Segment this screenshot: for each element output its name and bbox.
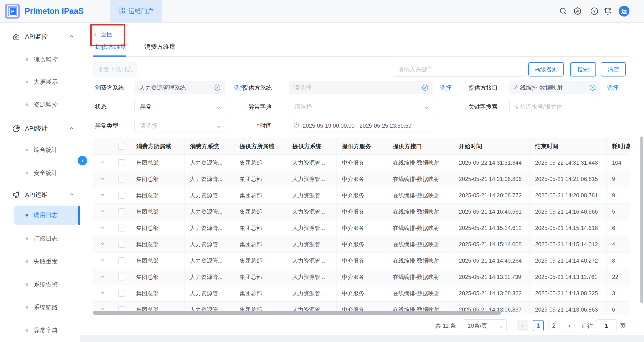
sidebar-item-label: 调用日志 [34,211,58,219]
row-checkbox[interactable] [118,274,125,280]
expand-icon[interactable] [100,160,105,166]
row-checkbox[interactable] [118,192,125,199]
sidebar-item[interactable]: 大屏展示 [14,72,78,92]
consumer-system-field[interactable]: 人力资源管理系统 [134,81,225,94]
user-avatar[interactable]: 运 [619,6,630,16]
sidebar-item[interactable]: 失败重发 [14,252,78,271]
portal-tab-ops[interactable]: 运维门户 [110,0,162,22]
clear-circle-icon[interactable] [214,84,221,91]
row-checkbox[interactable] [118,241,125,248]
clear-button[interactable]: 清空 [601,62,626,76]
status-select[interactable]: 异常 [134,100,225,114]
total-count: 共 11 条 [435,322,456,330]
bell-icon[interactable] [603,6,613,16]
row-checkbox[interactable] [118,208,125,215]
table-cell: 人力资源管... [184,204,234,220]
select-all-checkbox[interactable] [118,143,125,150]
expand-icon[interactable] [100,225,105,231]
table-cell: 集团总部 [131,236,184,252]
clear-circle-icon[interactable] [422,84,428,91]
table-cell: 在线编排-数据映射 [388,204,454,220]
table-cell [93,204,112,220]
table-cell: 在线编排-数据映射 [388,154,454,171]
provider-api-select-link[interactable]: 选择 [607,81,618,94]
help-icon[interactable]: ? [590,6,599,16]
expand-icon[interactable] [100,192,105,198]
table-cell: 5 [607,204,630,220]
row-checkbox[interactable] [118,290,125,297]
expand-icon[interactable] [100,274,105,280]
provider-system-select-link[interactable]: 选择 [440,81,452,94]
table-cell: 4 [607,236,630,252]
table-cell: 在线编排-数据映射 [388,236,454,252]
page-unit-label: 页 [620,322,626,330]
row-checkbox[interactable] [118,176,125,182]
sidebar-item[interactable]: 订阅日志 [14,229,78,248]
clear-circle-icon[interactable] [589,84,596,91]
table-cell [112,187,131,204]
expand-icon[interactable] [100,290,105,296]
table-cell: 人力资源管... [287,187,337,204]
keyword-filter-input[interactable] [509,100,600,114]
error-type-select[interactable]: 请选择 [134,119,225,132]
sidebar-item[interactable]: 系统告警 [14,275,78,294]
prev-page-button[interactable]: ‹ [517,320,528,331]
search-button[interactable]: 搜索 [570,62,596,76]
tab-consumer-dimension[interactable]: 消费方维度 [144,42,176,51]
batch-download-button[interactable]: 批量下载日志 [94,62,137,77]
sidebar-item[interactable]: 系统链路 [14,298,78,317]
search-icon[interactable] [558,6,568,16]
provider-api-field[interactable]: 在线编排-数据映射 [509,81,600,94]
table-row: 集团总部人力资源管...集团总部人力资源管...中介服务在线编排-数据映射202… [93,252,630,269]
chevron-up-icon [69,126,74,131]
expand-icon[interactable] [100,258,105,264]
sidebar-group-title[interactable]: API监控 [0,29,80,44]
sidebar-collapse-button[interactable]: ‹ [78,156,87,165]
bullet-dot-icon [26,214,28,216]
sidebar-group-label: API监控 [25,32,48,41]
expand-icon[interactable] [100,208,105,215]
advanced-search-button[interactable]: 高级搜索 [528,62,564,76]
required-asterisk: * [256,122,259,129]
sidebar-item[interactable]: 综合统计 [14,140,78,160]
table-cell [93,236,112,252]
vertical-scrollbar[interactable] [640,136,643,303]
bullet-dot-icon [26,148,28,151]
table-header-cell [112,138,131,154]
table-cell: 2025-05-21 14:20:08.772 [454,187,530,204]
sidebar-item[interactable]: 资源监控 [14,95,78,114]
table-cell: 2025-05-21 14:16:40.566 [530,204,607,220]
time-range-picker[interactable]: 2025-05-19 00:00:00 - 2025-05-25 23:59:5… [289,119,433,132]
table-cell: 集团总部 [234,204,287,220]
megaphone-icon [12,190,20,199]
row-checkbox[interactable] [118,224,125,232]
table-cell: 8 [607,252,630,269]
sidebar-item[interactable]: 安全统计 [14,163,78,182]
page-size-select[interactable]: 10条/页 [463,320,507,332]
keyword-search-input[interactable] [393,62,526,76]
time-range-value: 2025-05-19 00:00:00 - 2025-05-25 23:59:5… [303,122,412,129]
page-number-button[interactable]: 1 [532,320,544,331]
ai-icon[interactable]: AI [573,6,582,16]
sidebar-group-title[interactable]: API统计 [0,121,80,136]
next-page-button[interactable]: › [564,320,575,331]
provider-system-field[interactable]: 请选择 [289,81,433,94]
goto-page-input[interactable] [596,320,617,332]
sidebar-item[interactable]: 调用日志 [14,206,78,225]
row-checkbox[interactable] [118,257,125,264]
expand-icon[interactable] [100,176,105,182]
error-dict-label: 异常字典 [243,100,272,114]
table-cell: 2025-05-21 14:16:40.561 [454,204,530,220]
table-cell: 2025-05-21 14:21:06.815 [530,171,607,187]
horizontal-scrollbar[interactable] [93,311,501,315]
row-checkbox[interactable] [118,159,125,166]
table-row: 集团总部人力资源管...集团总部人力资源管...中介服务在线编排-数据映射202… [93,204,630,220]
page-number-button[interactable]: 2 [548,320,560,331]
table-cell: 中介服务 [337,187,388,204]
sidebar-item[interactable]: 异常字典 [14,321,78,340]
expand-icon[interactable] [100,241,105,248]
sidebar-item[interactable]: 综合监控 [14,50,78,69]
clock-icon [293,122,300,130]
error-dict-select[interactable]: 请选择 [289,100,433,114]
sidebar-group-title[interactable]: API运维 [0,187,80,203]
